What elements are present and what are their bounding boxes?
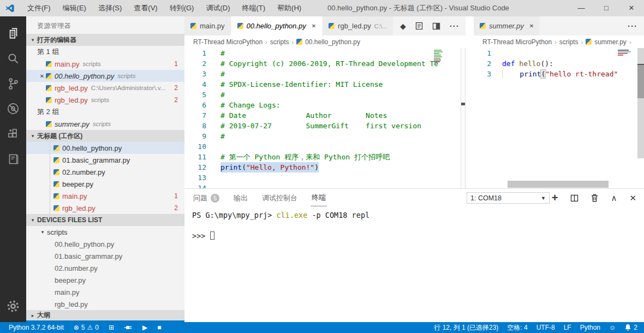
- explorer-icon[interactable]: [0, 21, 26, 46]
- open-editor-summer-py[interactable]: summer.py scripts: [26, 118, 184, 130]
- menu-help[interactable]: 帮助(H): [271, 0, 307, 16]
- python-interpreter-status[interactable]: Python 3.7.2 64-bit: [9, 324, 64, 331]
- code-line-14[interactable]: 14: [184, 183, 466, 188]
- panel-tab-problems[interactable]: 问题 5: [192, 190, 220, 206]
- tab-rgb-led[interactable]: rgb_led.py C:\...: [323, 16, 393, 35]
- code-line-1[interactable]: 1#: [184, 48, 466, 58]
- code-line-10[interactable]: 10: [184, 141, 466, 152]
- run-button[interactable]: ▶: [142, 324, 147, 331]
- tab-summer-py[interactable]: summer.py ✕: [474, 16, 540, 35]
- menu-file[interactable]: 文件(F): [21, 0, 57, 16]
- terminal-select-dropdown[interactable]: 1: COM18 ▼: [467, 192, 550, 204]
- breadcrumb-folder[interactable]: scripts: [270, 38, 289, 46]
- breadcrumb-project[interactable]: RT-Thread MicroPython: [482, 38, 552, 46]
- code-line-2[interactable]: 2def hello():: [474, 58, 644, 69]
- code-editor-left[interactable]: 1# 2# Copyright (c) 2006-2019, RT-Thread…: [184, 48, 466, 188]
- breadcrumb-file[interactable]: summer.py: [594, 38, 627, 46]
- breadcrumb-project[interactable]: RT-Thread MicroPython: [193, 38, 263, 46]
- minimap-right[interactable]: [617, 49, 636, 56]
- horizontal-scrollbar[interactable]: [508, 181, 609, 188]
- code-line-8[interactable]: 8# 2019-07-27 SummerGift first version: [184, 121, 466, 131]
- code-line-12[interactable]: 12print("Hello, Python!"): [184, 162, 466, 173]
- source-control-icon[interactable]: [0, 71, 26, 96]
- open-editor-hello-python[interactable]: ✕ 00.hello_python.py scripts: [26, 70, 184, 82]
- search-icon[interactable]: [0, 46, 26, 71]
- panel-tab-output[interactable]: 输出: [232, 190, 249, 206]
- run-download-icon[interactable]: ◆: [400, 22, 406, 31]
- new-terminal-icon[interactable]: +: [552, 192, 558, 204]
- split-terminal-icon[interactable]: [570, 194, 579, 202]
- terminal-output[interactable]: PS G:\mpy\mpy_prj> cli.exe -p COM18 repl…: [184, 207, 644, 241]
- outline-section-header[interactable]: ▸ 大纲: [26, 310, 184, 322]
- device-file-basic-grammar[interactable]: 01.basic_grammar.py: [26, 250, 184, 262]
- code-line-3[interactable]: 3 print("hello rt-thread": [474, 69, 644, 79]
- code-editor-right[interactable]: 1 2def hello(): 3 print("hello rt-thread…: [474, 48, 644, 188]
- menu-terminal[interactable]: 终端(T): [236, 0, 271, 16]
- device-file-hello-python[interactable]: 00.hello_python.py: [26, 238, 184, 250]
- maximize-panel-icon[interactable]: ∧: [611, 193, 617, 203]
- code-line-7[interactable]: 7# Date Author Notes: [184, 110, 466, 121]
- breadcrumb-folder[interactable]: scripts: [559, 38, 579, 46]
- device-file-rgb-led[interactable]: rgb_led.py: [26, 298, 184, 310]
- vertical-scrollbar[interactable]: [637, 48, 644, 158]
- open-editor-rgb-led-scripts[interactable]: rgb_led.py scripts 2: [26, 94, 184, 106]
- device-file-beeper[interactable]: beeper.py: [26, 274, 184, 286]
- download-to-device-button[interactable]: ⊞: [109, 324, 114, 331]
- debug-icon[interactable]: [0, 96, 26, 121]
- scrollbar-thumb[interactable]: [637, 64, 644, 98]
- workspace-section-header[interactable]: ▾ 无标题 (工作区): [26, 130, 184, 142]
- split-editor-icon[interactable]: [432, 22, 440, 30]
- close-panel-icon[interactable]: ✕: [629, 193, 636, 203]
- menu-view[interactable]: 查看(V): [128, 0, 163, 16]
- panel-tab-terminal[interactable]: 终端: [311, 189, 327, 206]
- close-icon[interactable]: ✕: [38, 73, 46, 79]
- eol-status[interactable]: LF: [564, 324, 571, 331]
- code-line-13[interactable]: 13: [184, 173, 466, 183]
- panel-tab-debug-console[interactable]: 调试控制台: [261, 190, 299, 206]
- open-editor-main-py[interactable]: main.py scripts 1: [26, 58, 184, 70]
- minimize-button[interactable]: —: [569, 0, 594, 16]
- code-line-11[interactable]: 11# 第一个 Python 程序，来和 Python 打个招呼吧: [184, 152, 466, 162]
- more-actions-icon[interactable]: ···: [450, 21, 460, 31]
- tab-main-py[interactable]: main.py: [184, 16, 231, 35]
- devices-folder-scripts[interactable]: ▾ scripts: [26, 226, 184, 238]
- menu-debug[interactable]: 调试(D): [200, 0, 236, 16]
- open-editors-header[interactable]: ▾ 打开的编辑器: [26, 34, 184, 46]
- code-line-3[interactable]: 3#: [184, 69, 466, 79]
- settings-gear-icon[interactable]: [0, 294, 26, 319]
- close-icon[interactable]: ✕: [529, 23, 534, 29]
- breadcrumb-file[interactable]: 00.hello_python.py: [305, 38, 360, 46]
- notifications-bell[interactable]: 2: [624, 324, 637, 331]
- code-line-5[interactable]: 5#: [184, 90, 466, 100]
- extensions-icon[interactable]: [0, 121, 26, 146]
- open-editor-rgb-led-user[interactable]: rgb_led.py C:\Users\Administrator\.v... …: [26, 82, 184, 94]
- maximize-button[interactable]: □: [594, 0, 619, 16]
- cursor-position-status[interactable]: 行 12, 列 1 (已选择23): [434, 323, 498, 332]
- language-mode-status[interactable]: Python: [580, 324, 600, 331]
- sash-handle[interactable]: [461, 103, 465, 105]
- problems-status[interactable]: ⊗ 5 ⚠ 0: [74, 324, 99, 331]
- code-line-4[interactable]: 4# SPDX-License-Identifier: MIT License: [184, 79, 466, 90]
- device-file-main[interactable]: main.py: [26, 286, 184, 298]
- encoding-status[interactable]: UTF-8: [536, 324, 555, 331]
- device-file-number[interactable]: 02.number.py: [26, 262, 184, 274]
- more-actions-icon[interactable]: ···: [628, 21, 637, 31]
- device-files-icon[interactable]: [0, 146, 26, 171]
- menu-goto[interactable]: 转到(G): [164, 0, 200, 16]
- minimap-left[interactable]: [433, 49, 444, 63]
- close-window-button[interactable]: ✕: [619, 0, 644, 16]
- devices-files-header[interactable]: ▾ DEVICES FILES LIST: [26, 214, 184, 226]
- open-preview-icon[interactable]: [415, 22, 423, 30]
- indentation-status[interactable]: 空格: 4: [507, 323, 527, 332]
- code-line-2[interactable]: 2# Copyright (c) 2006-2019, RT-Thread De…: [184, 58, 466, 69]
- code-line-6[interactable]: 6# Change Logs:: [184, 100, 466, 110]
- menu-selection[interactable]: 选择(S): [92, 0, 128, 16]
- kill-terminal-trash-icon[interactable]: [591, 194, 598, 202]
- code-line-9[interactable]: 9#: [184, 131, 466, 141]
- connect-device-button[interactable]: [124, 324, 133, 331]
- menu-edit[interactable]: 编辑(E): [57, 0, 92, 16]
- editor-group-sash[interactable]: [461, 48, 466, 188]
- close-icon[interactable]: ✕: [312, 23, 316, 29]
- stop-button[interactable]: ■: [157, 324, 161, 331]
- feedback-smiley-icon[interactable]: ☺: [609, 324, 616, 331]
